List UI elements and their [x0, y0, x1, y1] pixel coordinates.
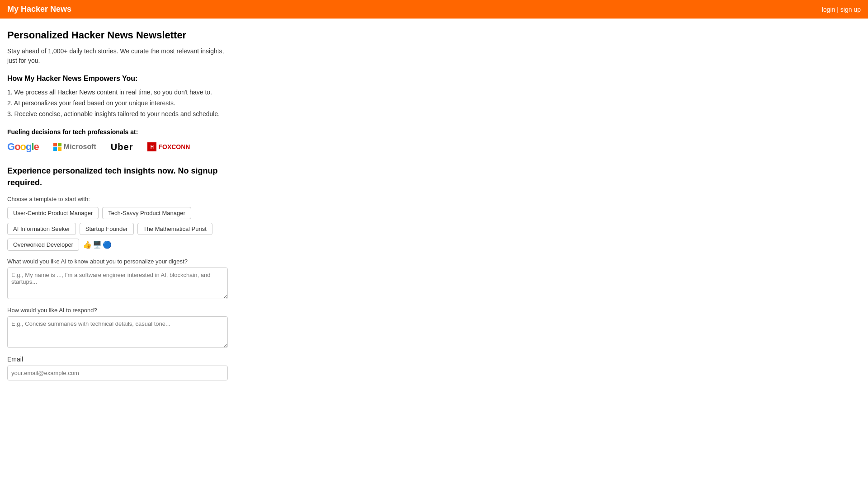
template-startup[interactable]: Startup Founder — [80, 223, 134, 235]
uber-logo: Uber — [111, 142, 133, 152]
signup-link[interactable]: sign up — [840, 6, 861, 13]
auth-links: login | sign up — [822, 6, 861, 13]
page-title: Personalized Hacker News Newsletter — [7, 29, 228, 41]
template-math-purist[interactable]: The Mathematical Purist — [137, 223, 212, 235]
respond-label: How would you like AI to respond? — [7, 307, 228, 314]
template-user-centric[interactable]: User-Centric Product Manager — [7, 207, 99, 219]
how-list: 1. We process all Hacker News content in… — [7, 87, 228, 119]
emoji-circle: 🔵 — [103, 240, 112, 249]
how-item-1: 1. We process all Hacker News content in… — [7, 87, 228, 98]
about-label: What would you like AI to know about you… — [7, 258, 228, 265]
template-ai-seeker[interactable]: AI Information Seeker — [7, 223, 76, 235]
foxconn-icon: H — [147, 142, 156, 151]
templates-grid: User-Centric Product Manager Tech-Savvy … — [7, 207, 228, 251]
google-logo: Google — [7, 141, 39, 153]
how-section-title: How My Hacker News Empowers You: — [7, 75, 228, 83]
subtitle-text: Stay ahead of 1,000+ daily tech stories.… — [7, 47, 228, 66]
how-item-3: 3. Receive concise, actionable insights … — [7, 109, 228, 120]
how-item-2: 2. AI personalizes your feed based on yo… — [7, 98, 228, 109]
header: My Hacker News login | sign up — [0, 0, 868, 19]
template-overworked[interactable]: Overworked Developer — [7, 239, 79, 251]
email-group: Email — [7, 356, 228, 380]
microsoft-logo: Microsoft — [53, 143, 96, 151]
emoji-thumbsup: 👍 — [83, 240, 92, 249]
auth-separator: | — [837, 6, 840, 13]
fueling-title: Fueling decisions for tech professionals… — [7, 128, 228, 136]
respond-group: How would you like AI to respond? — [7, 307, 228, 349]
site-title: My Hacker News — [7, 5, 71, 14]
emoji-indicators: 👍 🖥️ 🔵 — [83, 239, 112, 251]
main-content: Personalized Hacker News Newsletter Stay… — [0, 19, 235, 398]
foxconn-logo: H FOXCONN — [147, 142, 190, 151]
email-label: Email — [7, 356, 228, 363]
respond-textarea[interactable] — [7, 316, 228, 348]
about-group: What would you like AI to know about you… — [7, 258, 228, 300]
about-textarea[interactable] — [7, 267, 228, 299]
template-tech-savvy[interactable]: Tech-Savvy Product Manager — [102, 207, 191, 219]
choose-label: Choose a template to start with: — [7, 196, 228, 202]
company-logos: Google Microsoft Uber H FOXCONN — [7, 141, 228, 153]
cta-title: Experience personalized tech insights no… — [7, 165, 228, 188]
login-link[interactable]: login — [822, 6, 835, 13]
email-input[interactable] — [7, 366, 228, 380]
emoji-computer: 🖥️ — [93, 240, 102, 249]
